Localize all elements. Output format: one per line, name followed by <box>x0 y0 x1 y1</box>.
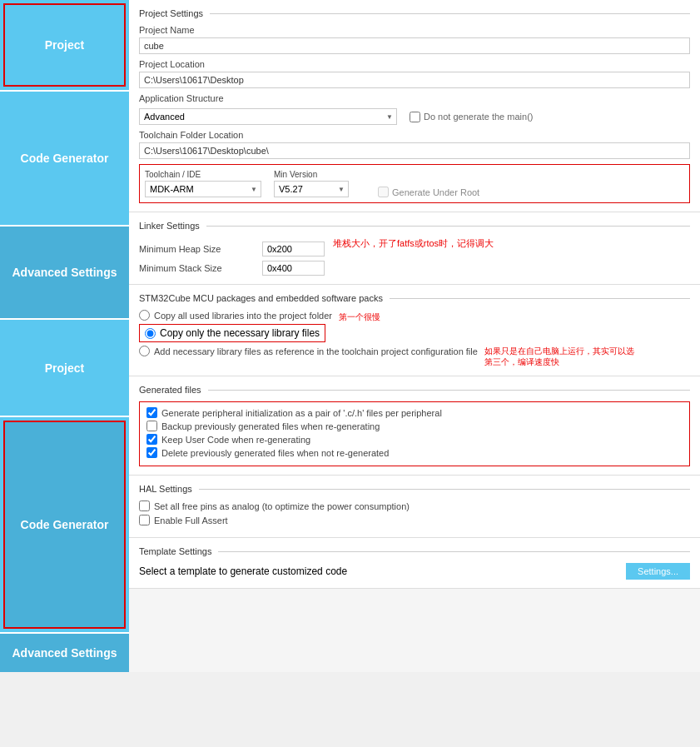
gen-check3-label: Keep User Code when re-generating <box>161 435 310 445</box>
sidebar-advanced-bottom-label: Advanced Settings <box>12 646 117 660</box>
mcu-option1-annotation: 第一个很慢 <box>339 311 380 323</box>
gen-check1-label: Generate peripheral initialization as a … <box>161 408 442 418</box>
gen-check1-checkbox[interactable] <box>146 407 157 418</box>
template-settings-title: Template Settings <box>139 546 690 556</box>
project-settings-block: Project Settings Project Name Project Lo… <box>129 0 700 212</box>
gen-check2-row: Backup previously generated files when r… <box>146 421 683 431</box>
generated-files-title: Generated files <box>139 385 690 395</box>
hal-option1-label: Set all free pins as analog (to optimize… <box>154 501 410 511</box>
mcu-option2-highlighted: Copy only the necessary library files <box>139 324 325 342</box>
gen-check4-label: Delete previously generated files when n… <box>161 448 389 458</box>
hal-option1-row: Set all free pins as analog (to optimize… <box>139 500 690 511</box>
sidebar-item-code-generator-top[interactable]: Code Generator <box>0 92 129 225</box>
min-version-select-wrap: V5.27 V5.26 <box>274 181 349 197</box>
toolchain-ide-select[interactable]: MDK-ARM IAR SW4STM32 <box>145 181 261 197</box>
min-heap-input[interactable] <box>262 242 325 256</box>
generate-under-root-checkbox[interactable] <box>378 187 389 197</box>
gen-check4-row: Delete previously generated files when n… <box>146 447 683 458</box>
project-location-input[interactable] <box>139 72 690 88</box>
gen-check4-checkbox[interactable] <box>146 447 157 458</box>
sidebar-item-code-generator-bottom[interactable]: Code Generator <box>3 421 126 629</box>
linker-fields: Minimum Heap Size Minimum Stack Size <box>139 237 325 276</box>
do-not-generate-main-checkbox-label[interactable]: Do not generate the main() <box>410 112 533 122</box>
min-version-col: Min Version V5.27 V5.26 <box>274 170 349 197</box>
mcu-option1-text: Copy all used libraries into the project… <box>154 311 332 321</box>
linker-annotation: 堆栈大小，开了fatfs或rtos时，记得调大 <box>333 237 494 250</box>
mcu-option3-row: Add necessary library files as reference… <box>139 346 690 367</box>
gen-check3-checkbox[interactable] <box>146 434 157 445</box>
mcu-option1-radio[interactable] <box>139 310 150 321</box>
toolchain-ide-select-wrap: MDK-ARM IAR SW4STM32 <box>145 181 261 197</box>
project-location-label: Project Location <box>139 59 690 69</box>
generate-under-root-label: Generate Under Root <box>392 187 479 197</box>
toolchain-ide-label: Toolchain / IDE <box>145 170 261 179</box>
min-stack-row: Minimum Stack Size <box>139 261 325 276</box>
mcu-option3-annotation: 如果只是在自己电脑上运行，其实可以选第三个，编译速度快 <box>484 346 634 367</box>
template-settings-row: Select a template to generate customized… <box>139 563 690 580</box>
min-heap-row: Minimum Heap Size <box>139 242 325 256</box>
mcu-option3-label[interactable]: Add necessary library files as reference… <box>139 346 478 356</box>
gen-check1-row: Generate peripheral initialization as a … <box>146 407 683 418</box>
sidebar: Project Code Generator Advanced Settings… <box>0 0 129 672</box>
project-settings-title: Project Settings <box>139 8 690 18</box>
application-structure-select-wrap: Advanced Basic <box>139 108 397 125</box>
hal-option2-checkbox[interactable] <box>139 515 150 525</box>
mcu-option1-row: Copy all used libraries into the project… <box>139 310 690 324</box>
mcu-packages-title: STM32Cube MCU packages and embedded soft… <box>139 293 690 303</box>
mcu-option3-text: Add necessary library files as reference… <box>154 346 478 356</box>
project-name-label: Project Name <box>139 25 690 35</box>
generated-files-block: Generated files Generate peripheral init… <box>129 376 700 476</box>
application-structure-select[interactable]: Advanced Basic <box>139 108 397 125</box>
settings-button[interactable]: Settings... <box>626 563 690 580</box>
hal-option2-row: Enable Full Assert <box>139 515 690 525</box>
hal-settings-title: HAL Settings <box>139 484 690 494</box>
sidebar-project-top-label: Project <box>45 38 84 52</box>
toolchain-folder-label: Toolchain Folder Location <box>139 130 690 140</box>
template-description: Select a template to generate customized… <box>139 565 347 577</box>
sidebar-item-project-bottom[interactable]: Project <box>0 320 129 416</box>
generated-files-box: Generate peripheral initialization as a … <box>139 401 690 466</box>
linker-settings-title: Linker Settings <box>139 221 690 231</box>
toolchain-ide-col: Toolchain / IDE MDK-ARM IAR SW4STM32 <box>145 170 261 197</box>
gen-check3-row: Keep User Code when re-generating <box>146 434 683 445</box>
mcu-option3-radio[interactable] <box>139 346 150 356</box>
generate-under-root-wrap: Generate Under Root <box>378 187 479 197</box>
do-not-generate-main-text: Do not generate the main() <box>424 112 533 122</box>
sidebar-project-bottom-label: Project <box>45 361 84 375</box>
min-heap-label: Minimum Heap Size <box>139 244 256 254</box>
hal-settings-block: HAL Settings Set all free pins as analog… <box>129 476 700 538</box>
sidebar-divider-4 <box>0 416 129 417</box>
mcu-option2-radio[interactable] <box>145 328 156 339</box>
min-stack-label: Minimum Stack Size <box>139 263 256 273</box>
app-structure-wrap: Advanced Basic Do not generate the main(… <box>139 108 690 125</box>
gen-check2-checkbox[interactable] <box>146 421 157 431</box>
min-version-select[interactable]: V5.27 V5.26 <box>274 181 349 197</box>
min-stack-input[interactable] <box>262 261 325 276</box>
toolchain-box: Toolchain / IDE MDK-ARM IAR SW4STM32 Min… <box>139 164 690 203</box>
sidebar-advanced-top-label: Advanced Settings <box>12 266 117 279</box>
toolchain-folder-input[interactable] <box>139 142 690 159</box>
linker-settings-block: Linker Settings Minimum Heap Size Minimu… <box>129 212 700 285</box>
sidebar-item-advanced-bottom[interactable]: Advanced Settings <box>0 634 129 672</box>
hal-option1-checkbox[interactable] <box>139 500 150 511</box>
mcu-option1-label[interactable]: Copy all used libraries into the project… <box>139 310 332 321</box>
do-not-generate-main-checkbox[interactable] <box>410 112 420 122</box>
mcu-packages-block: STM32Cube MCU packages and embedded soft… <box>129 285 700 376</box>
gen-check2-label: Backup previously generated files when r… <box>161 421 380 431</box>
sidebar-code-gen-top-label: Code Generator <box>21 152 109 165</box>
sidebar-item-advanced-top[interactable]: Advanced Settings <box>0 227 129 318</box>
mcu-option2-text: Copy only the necessary library files <box>160 327 320 339</box>
min-version-label: Min Version <box>274 170 349 179</box>
application-structure-label: Application Structure <box>139 93 690 103</box>
sidebar-item-project-top[interactable]: Project <box>3 3 126 87</box>
hal-option2-label: Enable Full Assert <box>154 515 228 525</box>
template-settings-block: Template Settings Select a template to g… <box>129 538 700 589</box>
sidebar-code-gen-bottom-label: Code Generator <box>21 518 109 531</box>
project-name-input[interactable] <box>139 37 690 54</box>
main-content: Project Settings Project Name Project Lo… <box>129 0 700 672</box>
